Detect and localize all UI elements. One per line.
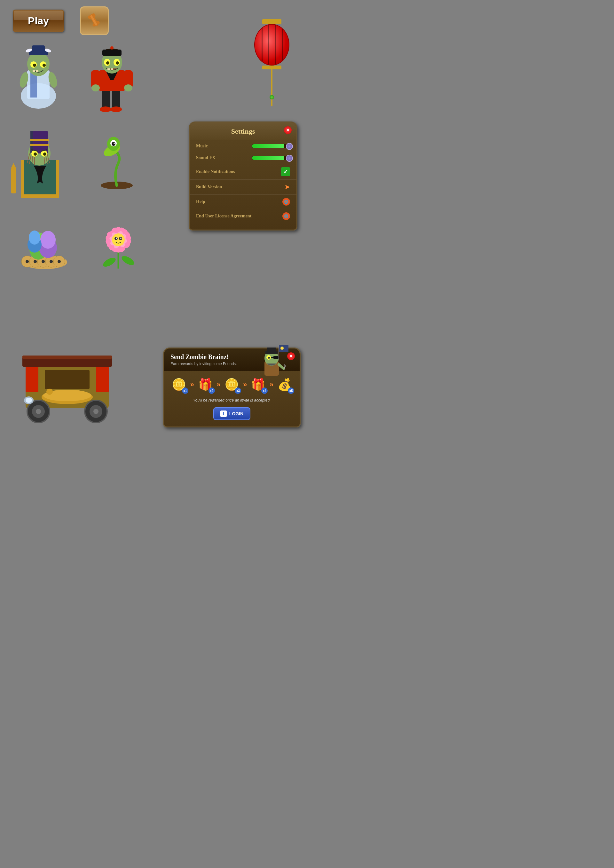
reward-item-5: 💰 x5 <box>276 376 293 393</box>
reward-icon-1: 🪙 x1 <box>170 376 188 393</box>
svg-point-15 <box>42 64 46 67</box>
svg-point-107 <box>116 237 117 239</box>
brainz-header: Send Zombie Brainz! Earn rewards by invi… <box>164 349 300 371</box>
lotus-flower-svg <box>93 211 144 272</box>
reward-count-5: x5 <box>288 388 294 394</box>
lantern-stripe-1 <box>262 25 262 65</box>
svg-point-30 <box>91 84 100 91</box>
music-slider-fill <box>252 144 284 148</box>
svg-marker-47 <box>11 163 16 168</box>
facebook-icon: f <box>220 411 227 417</box>
settings-panel: Settings ✕ Music Sound FX Enable Notific… <box>189 121 298 231</box>
svg-point-70 <box>112 142 115 146</box>
svg-point-128 <box>281 347 284 350</box>
settings-eula-row: End User License Agreement 🌐 <box>190 209 296 223</box>
reward-item-2: 🎁 x2 <box>197 376 214 393</box>
svg-point-22 <box>100 107 111 112</box>
svg-point-31 <box>124 84 132 91</box>
settings-buildversion-label: Build Version <box>196 184 284 189</box>
svg-rect-43 <box>21 160 24 198</box>
svg-point-63 <box>43 152 47 156</box>
reward-icon-2: 🎁 x2 <box>197 376 214 393</box>
red-jacket-zombie <box>86 38 138 112</box>
svg-point-134 <box>268 357 270 359</box>
svg-point-90 <box>102 256 117 268</box>
notifications-checkbox[interactable]: ✓ <box>281 167 290 176</box>
settings-eula-label: End User License Agreement <box>196 214 282 219</box>
svg-rect-117 <box>45 370 90 389</box>
reward-arrow-3: » <box>243 380 247 389</box>
lantern-tassel <box>271 99 273 106</box>
svg-rect-17 <box>36 70 39 72</box>
svg-rect-136 <box>267 347 276 352</box>
reward-icon-3: 🪙 x3 <box>223 376 240 393</box>
settings-soundfx-label: Sound FX <box>196 155 252 161</box>
svg-point-79 <box>34 260 37 263</box>
scholar-zombie <box>13 38 64 109</box>
svg-rect-127 <box>279 345 288 352</box>
vegetable-cart-svg <box>13 344 121 428</box>
squash-plant-svg <box>96 141 138 189</box>
svg-rect-51 <box>30 139 49 141</box>
svg-point-91 <box>120 254 136 267</box>
soundfx-slider[interactable] <box>252 156 290 160</box>
help-globe-icon[interactable]: 🌐 <box>282 198 290 206</box>
lantern-body <box>254 24 289 65</box>
music-slider-thumb[interactable] <box>286 143 293 150</box>
reward-count-4: x4 <box>261 388 268 394</box>
svg-point-39 <box>116 61 119 65</box>
settings-music-label: Music <box>196 144 252 149</box>
svg-point-108 <box>120 237 121 239</box>
reward-arrow-2: » <box>217 380 220 389</box>
svg-rect-52 <box>30 144 49 146</box>
settings-notifications-row: Enable Notifications ✓ <box>190 164 296 180</box>
soundfx-slider-fill <box>252 156 284 160</box>
wrench-settings-button[interactable] <box>80 6 109 35</box>
svg-point-78 <box>26 260 29 263</box>
pirate-zombie-svg <box>256 344 285 379</box>
reward-arrow-1: » <box>190 380 194 389</box>
lantern-bottom <box>262 65 281 70</box>
svg-point-23 <box>110 107 122 112</box>
reward-icon-4: 🎁 x4 <box>250 376 267 393</box>
music-slider[interactable] <box>252 144 290 148</box>
svg-point-86 <box>40 231 56 249</box>
facebook-login-button[interactable]: f LOGIN <box>213 407 250 420</box>
svg-rect-40 <box>107 68 110 70</box>
wrench-icon <box>85 12 104 30</box>
svg-point-88 <box>29 231 40 245</box>
reward-arrow-4: » <box>270 380 273 389</box>
emperor-zombie <box>9 121 74 205</box>
svg-rect-16 <box>33 70 35 72</box>
reward-note: You'll be rewarded once an invite is acc… <box>164 397 300 404</box>
build-version-arrow-icon[interactable]: ➤ <box>284 183 290 191</box>
icecream-plant <box>16 217 74 268</box>
red-jacket-zombie-svg <box>86 38 138 112</box>
svg-point-35 <box>110 46 113 50</box>
svg-rect-45 <box>21 194 59 198</box>
lantern-tail <box>271 70 273 95</box>
reward-count-2: x2 <box>208 388 215 394</box>
lantern-stripe-3 <box>275 25 276 65</box>
svg-point-123 <box>93 409 99 414</box>
settings-close-button[interactable]: ✕ <box>284 126 291 134</box>
settings-help-label: Help <box>196 199 282 204</box>
lantern-stripe-2 <box>268 25 269 65</box>
svg-point-80 <box>42 260 45 263</box>
svg-point-125 <box>26 398 32 403</box>
lantern-bead <box>270 95 274 99</box>
eula-globe-icon[interactable]: 🌐 <box>282 212 290 220</box>
settings-buildversion-row: Build Version ➤ <box>190 180 296 195</box>
reward-item-3: 🪙 x3 <box>223 376 240 393</box>
vegetable-cart <box>13 344 121 428</box>
brainz-close-button[interactable]: ✕ <box>287 352 295 360</box>
svg-line-137 <box>279 364 284 369</box>
svg-point-38 <box>106 61 109 65</box>
svg-point-82 <box>57 260 61 263</box>
settings-music-row: Music <box>190 140 296 152</box>
play-button-label: Play <box>28 15 49 27</box>
scholar-zombie-svg <box>13 38 64 109</box>
reward-count-1: x1 <box>182 388 188 394</box>
play-button[interactable]: Play <box>13 9 64 32</box>
soundfx-slider-thumb[interactable] <box>286 155 293 162</box>
